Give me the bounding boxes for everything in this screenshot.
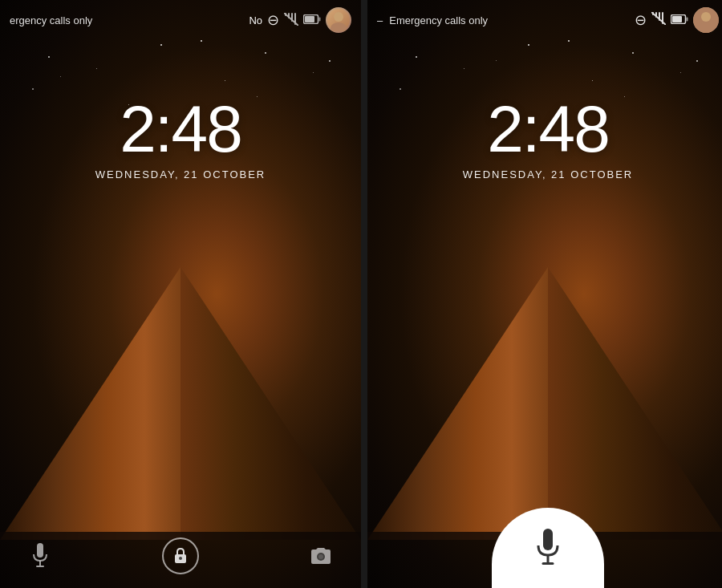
svg-point-11: [334, 12, 343, 22]
right-dash-prefix: –: [377, 14, 383, 26]
svg-point-17: [179, 557, 182, 560]
phone-divider: [361, 0, 367, 588]
right-emergency-text: Emergency calls only: [389, 14, 488, 26]
left-emergency-text: ergency calls only: [10, 14, 92, 26]
svg-rect-29: [672, 16, 682, 22]
svg-rect-9: [305, 16, 314, 22]
svg-marker-0: [0, 267, 180, 540]
svg-rect-30: [687, 18, 688, 22]
svg-marker-1: [180, 267, 361, 540]
left-status-bar: ergency calls only No ⊖: [0, 0, 361, 40]
left-status-left: ergency calls only: [10, 14, 92, 26]
svg-rect-34: [543, 529, 553, 550]
svg-rect-36: [542, 562, 554, 565]
left-time-display: 2:48 WEDNESDAY, 21 OCTOBER: [0, 96, 361, 180]
right-date: WEDNESDAY, 21 OCTOBER: [367, 168, 722, 180]
right-time-display: 2:48 WEDNESDAY, 21 OCTOBER: [367, 96, 722, 180]
right-minus-circle-icon: ⊖: [635, 11, 647, 29]
left-date: WEDNESDAY, 21 OCTOBER: [0, 168, 361, 180]
left-notification: No: [249, 14, 262, 26]
svg-rect-35: [547, 555, 550, 562]
left-time: 2:48: [0, 96, 361, 162]
right-signal-off-icon: [651, 12, 666, 28]
right-avatar: [693, 7, 719, 33]
svg-point-12: [331, 22, 347, 31]
left-lock-button[interactable]: [162, 537, 199, 574]
svg-point-19: [318, 554, 323, 559]
right-pyramid-svg: [367, 267, 722, 540]
left-bottom-bar: [0, 524, 361, 588]
svg-rect-14: [39, 561, 41, 566]
right-battery-icon: [671, 13, 688, 27]
svg-rect-13: [37, 543, 43, 558]
svg-point-32: [701, 12, 711, 22]
signal-off-icon: [284, 13, 298, 28]
svg-rect-15: [36, 566, 44, 567]
right-status-bar: – Emergency calls only ⊖: [367, 0, 722, 40]
pyramid-svg: [0, 267, 361, 540]
voice-mic-icon: [532, 529, 564, 567]
left-avatar: [326, 7, 351, 33]
left-status-right: No ⊖: [249, 7, 351, 33]
minus-circle-icon: ⊖: [267, 11, 279, 29]
right-status-left: – Emergency calls only: [377, 14, 488, 26]
svg-marker-21: [548, 267, 722, 540]
right-time: 2:48: [367, 96, 722, 162]
battery-icon: [303, 14, 321, 26]
svg-rect-10: [319, 18, 321, 22]
left-mic-button[interactable]: [24, 540, 56, 572]
left-camera-button[interactable]: [305, 540, 337, 572]
right-phone-screen: – Emergency calls only ⊖: [367, 0, 722, 588]
right-status-right: ⊖: [635, 7, 719, 33]
svg-marker-20: [367, 267, 548, 540]
left-phone-screen: ergency calls only No ⊖: [0, 0, 361, 588]
